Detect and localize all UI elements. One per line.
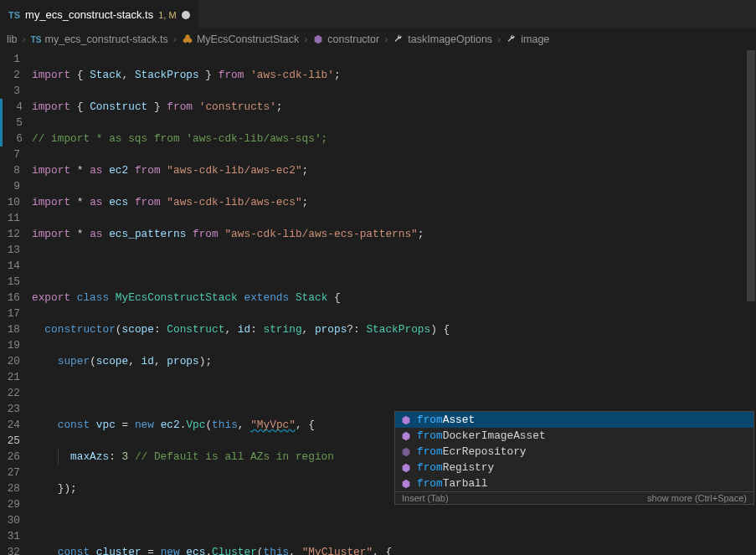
chevron-right-icon: › — [173, 33, 177, 45]
suggest-item[interactable]: fromTarball — [395, 475, 753, 491]
chevron-right-icon: › — [384, 33, 388, 45]
chevron-right-icon: › — [304, 33, 307, 45]
breadcrumb-item[interactable]: MyEcsConstructStack — [197, 33, 299, 45]
suggest-hint-right[interactable]: show more (Ctrl+Space) — [647, 493, 747, 503]
method-icon — [400, 478, 412, 490]
method-icon — [312, 33, 324, 45]
typescript-icon: TS — [8, 10, 20, 20]
tab-filename: my_ecs_construct-stack.ts — [25, 8, 153, 21]
wrench-icon — [506, 33, 517, 45]
breadcrumb[interactable]: lib › TS my_ecs_construct-stack.ts › MyE… — [0, 28, 756, 50]
scrollbar-thumb[interactable] — [747, 50, 755, 301]
typescript-icon: TS — [31, 35, 42, 44]
breadcrumb-item[interactable]: my_ecs_construct-stack.ts — [44, 33, 167, 45]
suggest-item[interactable]: fromEcrRepository — [395, 444, 753, 460]
editor-tab[interactable]: TS my_ecs_construct-stack.ts 1, M — [0, 0, 198, 28]
breadcrumb-item[interactable]: taskImageOptions — [408, 33, 492, 45]
chevron-right-icon: › — [497, 33, 501, 45]
wrench-icon — [393, 33, 404, 45]
suggest-hint-left: Insert (Tab) — [402, 493, 449, 503]
suggest-item[interactable]: fromAsset — [395, 412, 753, 428]
tab-bar: TS my_ecs_construct-stack.ts 1, M — [0, 0, 756, 28]
breadcrumb-item[interactable]: image — [521, 33, 549, 45]
tab-dirty-indicator-icon — [182, 11, 190, 19]
suggest-item[interactable]: fromRegistry — [395, 460, 753, 475]
property-icon — [400, 446, 412, 458]
tab-scm-status: 1, M — [158, 10, 176, 20]
class-icon — [182, 33, 193, 45]
method-icon — [400, 462, 412, 474]
chevron-right-icon: › — [23, 33, 26, 45]
suggest-status-bar: Insert (Tab) show more (Ctrl+Space) — [395, 491, 753, 504]
intellisense-popup[interactable]: fromAsset fromDockerImageAsset fromEcrRe… — [394, 411, 754, 505]
method-icon — [400, 414, 412, 426]
breadcrumb-item[interactable]: lib — [7, 33, 18, 45]
breadcrumb-item[interactable]: constructor — [327, 33, 379, 45]
suggest-item[interactable]: fromDockerImageAsset — [395, 428, 753, 444]
line-number-gutter: 1 2 3 4 5 6 7 8 9 10 11 12 13 14 15 16 1… — [0, 50, 32, 555]
method-icon — [400, 430, 412, 442]
